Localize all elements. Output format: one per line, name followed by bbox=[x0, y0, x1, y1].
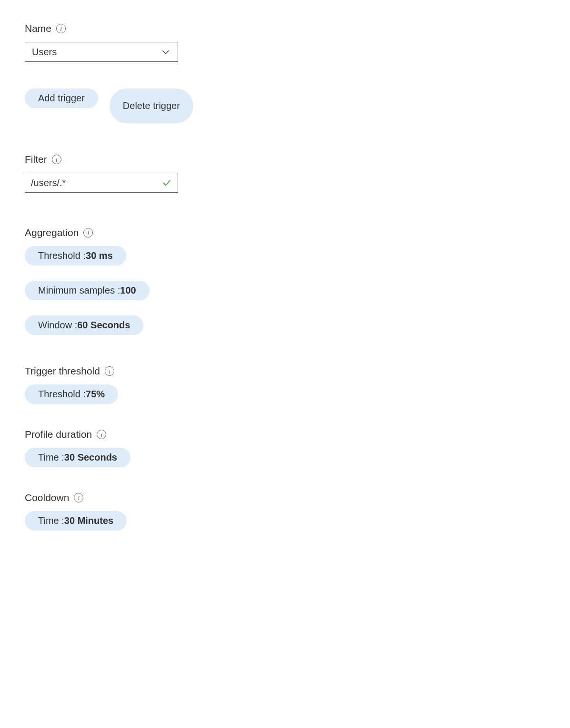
aggregation-label-row: Aggregation i bbox=[25, 227, 545, 238]
pill-key: Threshold : bbox=[38, 389, 86, 400]
name-label: Name bbox=[25, 23, 51, 34]
cooldown-time-pill[interactable]: Time : 30 Minutes bbox=[25, 511, 127, 531]
add-trigger-label: Add trigger bbox=[38, 93, 85, 104]
profile-duration-time-pill[interactable]: Time : 30 Seconds bbox=[25, 448, 130, 467]
delete-trigger-label: Delete trigger bbox=[123, 100, 180, 111]
info-icon[interactable]: i bbox=[105, 366, 114, 376]
pill-key: Minimum samples : bbox=[38, 285, 120, 296]
trigger-threshold-section: Trigger threshold i Threshold : 75% bbox=[25, 365, 545, 404]
info-icon[interactable]: i bbox=[83, 228, 93, 237]
pill-value: 30 Seconds bbox=[64, 452, 117, 463]
profile-duration-section: Profile duration i Time : 30 Seconds bbox=[25, 429, 545, 467]
cooldown-label-row: Cooldown i bbox=[25, 492, 545, 503]
pill-key: Time : bbox=[38, 515, 64, 526]
pill-value: 100 bbox=[120, 285, 136, 296]
name-section: Name i Users bbox=[25, 23, 545, 62]
profile-duration-label-row: Profile duration i bbox=[25, 429, 545, 440]
info-icon[interactable]: i bbox=[56, 24, 66, 33]
filter-input-value: /users/.* bbox=[31, 177, 66, 188]
name-select[interactable]: Users bbox=[25, 42, 178, 62]
info-icon[interactable]: i bbox=[97, 430, 106, 439]
filter-label-row: Filter i bbox=[25, 154, 545, 165]
filter-section: Filter i /users/.* bbox=[25, 154, 545, 193]
trigger-threshold-label-row: Trigger threshold i bbox=[25, 365, 545, 377]
chevron-down-icon bbox=[160, 47, 171, 57]
trigger-buttons-row: Add trigger Delete trigger bbox=[25, 89, 545, 123]
pill-key: Window : bbox=[38, 320, 77, 331]
pill-value: 75% bbox=[86, 389, 105, 400]
name-select-value: Users bbox=[32, 47, 57, 58]
add-trigger-button[interactable]: Add trigger bbox=[25, 89, 98, 108]
trigger-threshold-pill[interactable]: Threshold : 75% bbox=[25, 384, 118, 404]
info-icon[interactable]: i bbox=[74, 493, 83, 502]
cooldown-label: Cooldown bbox=[25, 492, 69, 503]
profile-duration-label: Profile duration bbox=[25, 429, 92, 440]
info-icon[interactable]: i bbox=[52, 155, 61, 164]
name-label-row: Name i bbox=[25, 23, 545, 34]
aggregation-min-samples-pill[interactable]: Minimum samples : 100 bbox=[25, 281, 150, 300]
cooldown-section: Cooldown i Time : 30 Minutes bbox=[25, 492, 545, 531]
pill-value: 30 Minutes bbox=[64, 515, 113, 526]
filter-input[interactable]: /users/.* bbox=[25, 173, 178, 193]
trigger-threshold-label: Trigger threshold bbox=[25, 365, 100, 377]
filter-label: Filter bbox=[25, 154, 47, 165]
aggregation-section: Aggregation i Threshold : 30 ms Minimum … bbox=[25, 227, 545, 335]
delete-trigger-button[interactable]: Delete trigger bbox=[110, 89, 193, 123]
aggregation-threshold-pill[interactable]: Threshold : 30 ms bbox=[25, 246, 126, 266]
pill-value: 30 ms bbox=[86, 250, 113, 261]
pill-key: Threshold : bbox=[38, 250, 86, 261]
check-icon bbox=[161, 177, 172, 188]
aggregation-window-pill[interactable]: Window : 60 Seconds bbox=[25, 315, 143, 335]
pill-key: Time : bbox=[38, 452, 64, 463]
aggregation-label: Aggregation bbox=[25, 227, 79, 238]
pill-value: 60 Seconds bbox=[77, 320, 130, 331]
